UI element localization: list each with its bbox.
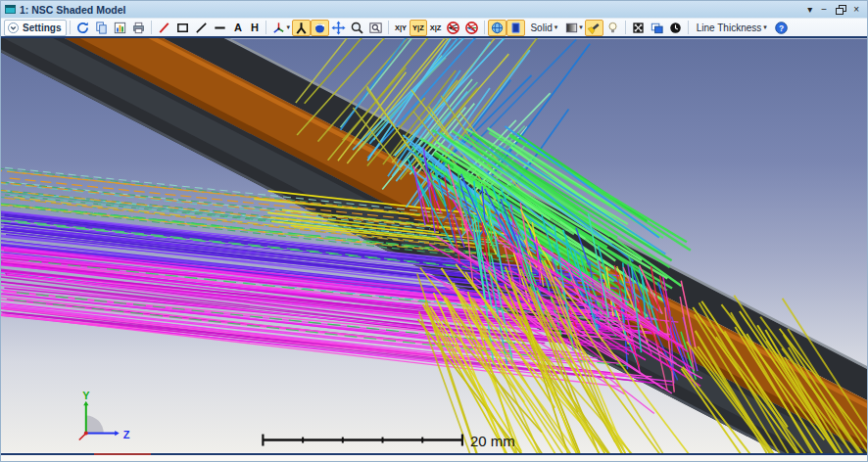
detector-icon xyxy=(508,21,523,35)
red-line-tool[interactable] xyxy=(155,20,173,36)
h-bar-tool[interactable]: H xyxy=(246,20,263,36)
settings-label: Settings xyxy=(23,23,61,33)
zoom-tool[interactable] xyxy=(348,20,366,36)
orbit-icon xyxy=(313,21,327,35)
chart-save-icon xyxy=(113,21,127,35)
pan-tool[interactable] xyxy=(311,20,329,36)
line-thickness-dropdown[interactable]: Line Thickness ▾ xyxy=(692,20,772,36)
separator xyxy=(70,21,71,34)
copy-icon xyxy=(94,21,109,35)
view-yz-button[interactable]: Y|Z xyxy=(410,20,427,36)
settings-dropdown[interactable]: Settings xyxy=(4,20,67,36)
minimize-button[interactable]: − xyxy=(821,5,827,15)
window-icon xyxy=(5,5,16,14)
line-icon xyxy=(194,21,209,35)
separator xyxy=(151,21,152,34)
opacity-dropdown[interactable]: Solid ▾ xyxy=(525,20,562,36)
zoom-window-tool[interactable] xyxy=(366,20,385,36)
flashlight-icon xyxy=(587,21,602,35)
close-button[interactable]: × xyxy=(853,5,859,15)
no-colored-rays-icon xyxy=(464,21,479,35)
move-tool[interactable] xyxy=(329,20,348,36)
separator xyxy=(265,21,266,34)
view-xz-button[interactable]: X|Z xyxy=(427,20,445,36)
restore-button[interactable] xyxy=(836,5,844,14)
no-rays-icon xyxy=(446,21,460,35)
help-icon: ? xyxy=(774,21,789,35)
axis-y-label: Y xyxy=(82,390,90,401)
rectangle-icon xyxy=(175,21,190,35)
line-tool[interactable] xyxy=(192,20,211,36)
window-title: 1: NSC Shaded Model xyxy=(20,4,126,16)
four-way-arrows-icon xyxy=(331,21,346,35)
3d-viewport[interactable]: Y Z 20 mm xyxy=(1,38,867,453)
save-button[interactable] xyxy=(111,20,129,36)
3d-axes-icon xyxy=(271,21,286,35)
window-controls: ▾ − × xyxy=(807,5,863,15)
dropdown-caret: ▾ xyxy=(763,23,767,31)
gradient-square-icon xyxy=(564,21,579,35)
scale-bar-label: 20 mm xyxy=(470,433,515,449)
suppress-rays-button[interactable] xyxy=(444,20,462,36)
red-pen-icon xyxy=(157,21,171,35)
dropdown-caret: ▾ xyxy=(579,23,583,31)
line-thickness-label: Line Thickness xyxy=(697,23,762,33)
window-menu-button[interactable]: ▾ xyxy=(807,5,812,15)
history-button[interactable] xyxy=(666,20,685,36)
separator xyxy=(688,21,689,34)
flashlight-toggle[interactable] xyxy=(585,20,603,36)
titlebar[interactable]: 1: NSC Shaded Model ▾ − × xyxy=(1,1,867,18)
dash-tool[interactable] xyxy=(211,20,229,36)
shaded-model-scene[interactable]: Y Z 20 mm xyxy=(1,38,867,453)
view-xy-button[interactable]: X|Y xyxy=(392,20,410,36)
lightbulb-toggle[interactable] xyxy=(603,20,622,36)
dash-icon xyxy=(213,21,227,35)
dropdown-caret: ▾ xyxy=(286,23,290,31)
update-button[interactable] xyxy=(73,20,92,36)
toolbar: Settings A H ▾ X|Y Y|Z X|Z xyxy=(1,18,867,36)
suppress-sources-button[interactable] xyxy=(462,20,481,36)
text-tool[interactable]: A xyxy=(229,20,246,36)
rectangle-tool[interactable] xyxy=(173,20,192,36)
rotate-person-icon xyxy=(294,21,309,35)
globe-icon xyxy=(490,21,505,35)
refresh-icon xyxy=(75,21,90,35)
chevron-circle-icon xyxy=(7,22,20,34)
fill-style-dropdown[interactable]: ▾ xyxy=(562,20,585,36)
help-button[interactable]: ? xyxy=(772,20,791,36)
print-button[interactable] xyxy=(129,20,148,36)
lightbulb-icon xyxy=(605,21,620,35)
magnifier-icon xyxy=(350,21,364,35)
copy-clipboard-button[interactable] xyxy=(92,20,111,36)
fit-window-button[interactable] xyxy=(629,20,648,36)
clone-window-button[interactable] xyxy=(648,20,666,36)
separator xyxy=(388,21,389,34)
nsc-shaded-model-window: 1: NSC Shaded Model ▾ − × Settings A H xyxy=(0,0,868,462)
bottom-strip xyxy=(1,455,867,462)
clock-icon xyxy=(668,21,683,35)
separator xyxy=(625,21,626,34)
dropdown-caret: ▾ xyxy=(555,23,558,31)
globe-toggle[interactable] xyxy=(488,20,506,36)
separator xyxy=(484,21,485,34)
fit-arrows-icon xyxy=(631,21,646,35)
help-glyph: ? xyxy=(779,23,784,32)
printer-icon xyxy=(131,21,146,35)
zoom-window-icon xyxy=(368,21,383,35)
axis-origin xyxy=(84,432,88,436)
rotate-tool[interactable] xyxy=(292,20,311,36)
clone-window-icon xyxy=(650,21,664,35)
axis-z-label: Z xyxy=(123,429,130,440)
orientation-dropdown[interactable]: ▾ xyxy=(269,20,292,36)
detector-toggle[interactable] xyxy=(506,20,525,36)
solid-label: Solid xyxy=(530,23,552,33)
